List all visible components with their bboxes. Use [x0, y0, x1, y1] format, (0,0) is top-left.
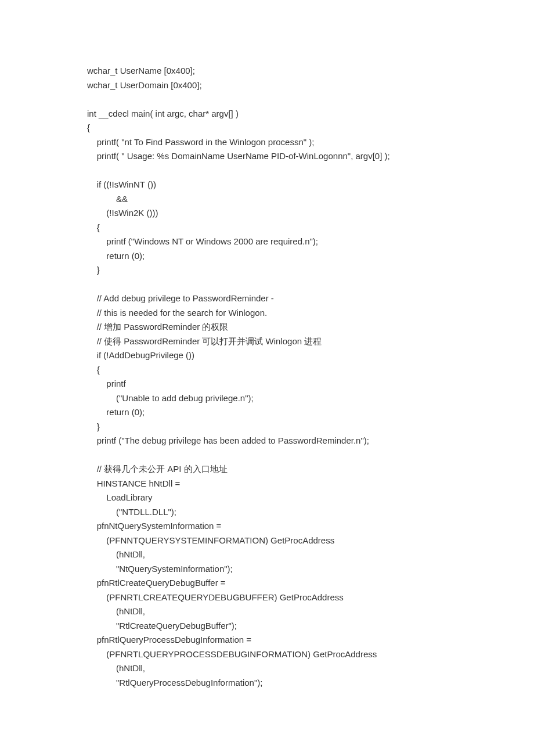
code-line: (hNtDll,	[87, 661, 447, 676]
code-line: {	[87, 363, 447, 377]
code-line: if (!AddDebugPrivilege ())	[87, 348, 447, 363]
code-line: "NtQuerySystemInformation");	[87, 562, 447, 577]
blank-line	[87, 164, 447, 178]
code-line: int __cdecl main( int argc, char* argv[]…	[87, 107, 447, 121]
code-line: pfnRtlQueryProcessDebugInformation =	[87, 633, 447, 647]
code-line: (hNtDll,	[87, 604, 447, 619]
blank-line	[87, 448, 447, 463]
code-line: wchar_t UserDomain [0x400];	[87, 78, 447, 93]
code-line: pfnRtlCreateQueryDebugBuffer =	[87, 576, 447, 591]
code-line: printf ("The debug privilege has been ad…	[87, 434, 447, 448]
code-line: (PFNNTQUERYSYSTEMINFORMATION) GetProcAdd…	[87, 534, 447, 548]
code-line: return (0);	[87, 405, 447, 420]
code-line: printf( "nt To Find Password in the Winl…	[87, 135, 447, 150]
blank-line	[87, 278, 447, 292]
code-line: HINSTANCE hNtDll =	[87, 477, 447, 491]
code-line: // 获得几个未公开 API 的入口地址	[87, 462, 447, 477]
code-line: ("NTDLL.DLL");	[87, 505, 447, 520]
code-line: {	[87, 221, 447, 235]
code-line: printf ("Windows NT or Windows 2000 are …	[87, 235, 447, 249]
code-line: // 使得 PasswordReminder 可以打开并调试 Winlogon …	[87, 334, 447, 349]
code-line: {	[87, 121, 447, 135]
code-line: pfnNtQuerySystemInformation =	[87, 519, 447, 534]
code-line: "RtlQueryProcessDebugInformation");	[87, 676, 447, 690]
code-line: (PFNRTLQUERYPROCESSDEBUGINFORMATION) Get…	[87, 647, 447, 662]
blank-line	[87, 92, 447, 107]
code-line: }	[87, 420, 447, 434]
code-line: if ((!IsWinNT ())	[87, 178, 447, 192]
code-line: "RtlCreateQueryDebugBuffer");	[87, 619, 447, 633]
code-line: printf	[87, 377, 447, 391]
code-line: (hNtDll,	[87, 548, 447, 562]
code-line: // this is needed for the search for Win…	[87, 306, 447, 321]
code-line: ("Unable to add debug privilege.n");	[87, 391, 447, 406]
code-line: wchar_t UserName [0x400];	[87, 64, 447, 78]
code-block: wchar_t UserName [0x400];wchar_t UserDom…	[87, 64, 447, 690]
code-line: return (0);	[87, 249, 447, 264]
code-line: LoadLibrary	[87, 491, 447, 505]
code-line: printf( " Usage: %s DomainName UserName …	[87, 149, 447, 164]
code-line: // Add debug privilege to PasswordRemind…	[87, 291, 447, 306]
code-line: // 增加 PasswordReminder 的权限	[87, 320, 447, 334]
code-line: }	[87, 263, 447, 278]
code-line: &&	[87, 192, 447, 207]
code-line: (!IsWin2K ()))	[87, 206, 447, 221]
code-line: (PFNRTLCREATEQUERYDEBUGBUFFER) GetProcAd…	[87, 591, 447, 605]
